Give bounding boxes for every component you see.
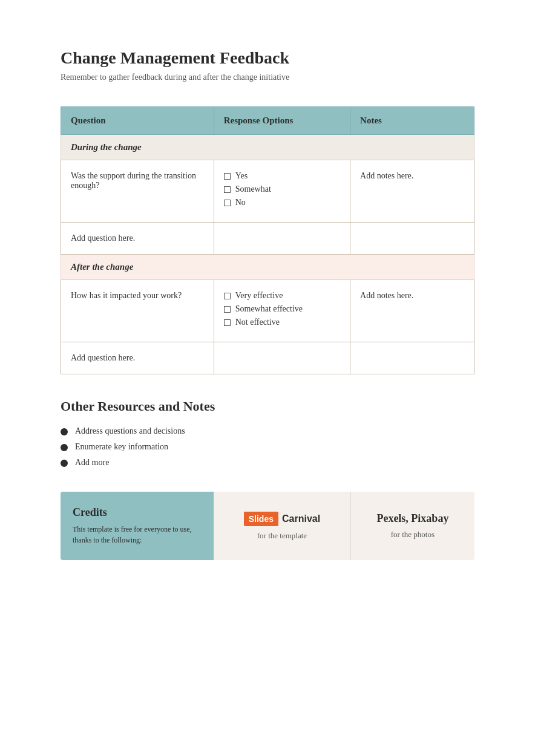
option-label: Somewhat: [235, 184, 271, 194]
page-title: Change Management Feedback: [61, 48, 474, 68]
section-label-during: During the change: [61, 135, 474, 160]
question-cell: Add question here.: [61, 342, 214, 374]
question-cell: How has it impacted your work?: [61, 280, 214, 342]
notes-cell: Add notes here.: [350, 280, 474, 342]
notes-cell: [350, 342, 474, 374]
list-item: Yes: [224, 171, 340, 181]
resources-section: Other Resources and Notes Address questi…: [61, 399, 474, 468]
resources-list: Address questions and decisionsEnumerate…: [61, 426, 474, 468]
list-item: Somewhat effective: [224, 304, 340, 314]
option-label: Somewhat effective: [235, 304, 303, 314]
credits-right: Pexels, Pixabay for the photos: [350, 492, 474, 560]
credits-middle-for-text: for the template: [257, 531, 307, 541]
checkbox-icon[interactable]: [224, 306, 231, 313]
option-label: No: [235, 198, 246, 207]
credits-left-title: Credits: [73, 506, 202, 519]
pexels-pixabay-title: Pexels, Pixabay: [376, 512, 448, 525]
list-item: No: [224, 198, 340, 207]
question-cell: Add question here.: [61, 223, 214, 255]
response-cell: YesSomewhatNo: [214, 160, 350, 223]
response-cell: [214, 223, 350, 255]
bullet-icon: [61, 444, 68, 451]
credits-middle: Slides Carnival for the template: [214, 492, 350, 560]
credits-right-for-text: for the photos: [391, 530, 435, 539]
option-label: Yes: [235, 171, 248, 181]
col-header-notes: Notes: [350, 107, 474, 135]
response-cell: Very effectiveSomewhat effectiveNot effe…: [214, 280, 350, 342]
checkbox-icon[interactable]: [224, 186, 231, 193]
credits-left-text: This template is free for everyone to us…: [73, 524, 202, 546]
table-row: Was the support during the transition en…: [61, 160, 474, 223]
resource-item-label: Enumerate key information: [75, 442, 168, 452]
page-subtitle: Remember to gather feedback during and a…: [61, 73, 474, 82]
checkbox-icon[interactable]: [224, 293, 231, 299]
notes-cell: [350, 223, 474, 255]
list-item: Add more: [61, 458, 474, 468]
list-item: Somewhat: [224, 184, 340, 194]
table-row: How has it impacted your work?Very effec…: [61, 280, 474, 342]
list-item: Enumerate key information: [61, 442, 474, 452]
notes-cell: Add notes here.: [350, 160, 474, 223]
slides-label: Slides: [244, 512, 278, 526]
option-label: Very effective: [235, 291, 283, 301]
section-label-after: After the change: [61, 255, 474, 280]
checkbox-icon[interactable]: [224, 173, 231, 180]
col-header-question: Question: [61, 107, 214, 135]
checkbox-icon[interactable]: [224, 200, 231, 206]
bullet-icon: [61, 428, 68, 435]
section-header-after: After the change: [61, 255, 474, 280]
response-cell: [214, 342, 350, 374]
list-item: Very effective: [224, 291, 340, 301]
table-row: Add question here.: [61, 223, 474, 255]
col-header-response: Response Options: [214, 107, 350, 135]
credits-left: Credits This template is free for everyo…: [61, 492, 214, 560]
resources-title: Other Resources and Notes: [61, 399, 474, 414]
list-item: Address questions and decisions: [61, 426, 474, 436]
resource-item-label: Add more: [75, 458, 109, 468]
bullet-icon: [61, 460, 68, 467]
feedback-table: Question Response Options Notes During t…: [61, 106, 474, 374]
checkbox-icon[interactable]: [224, 319, 231, 326]
credits-section: Credits This template is free for everyo…: [61, 492, 474, 560]
list-item: Not effective: [224, 318, 340, 327]
section-header-during: During the change: [61, 135, 474, 160]
resource-item-label: Address questions and decisions: [75, 426, 185, 436]
option-label: Not effective: [235, 318, 280, 327]
slides-carnival-logo: Slides Carnival: [244, 512, 320, 526]
carnival-label: Carnival: [282, 513, 320, 524]
question-cell: Was the support during the transition en…: [61, 160, 214, 223]
table-row: Add question here.: [61, 342, 474, 374]
